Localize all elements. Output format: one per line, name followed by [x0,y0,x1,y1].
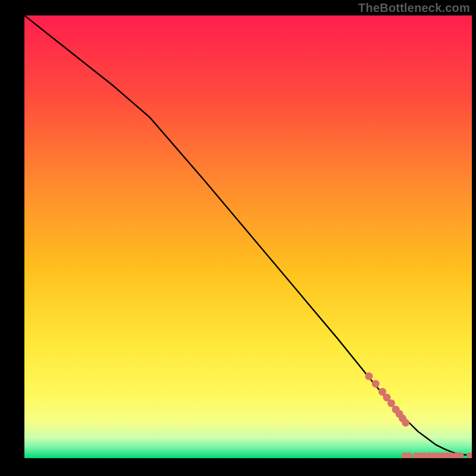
data-dot [365,372,373,380]
data-dot [402,419,409,427]
data-dot [372,380,380,388]
chart-stage: TheBottleneck.com [0,0,476,476]
data-dot [387,399,395,407]
chart-svg [24,15,472,458]
watermark-text: TheBottleneck.com [358,1,470,15]
gradient-background [24,15,472,458]
plot-area [24,15,472,458]
